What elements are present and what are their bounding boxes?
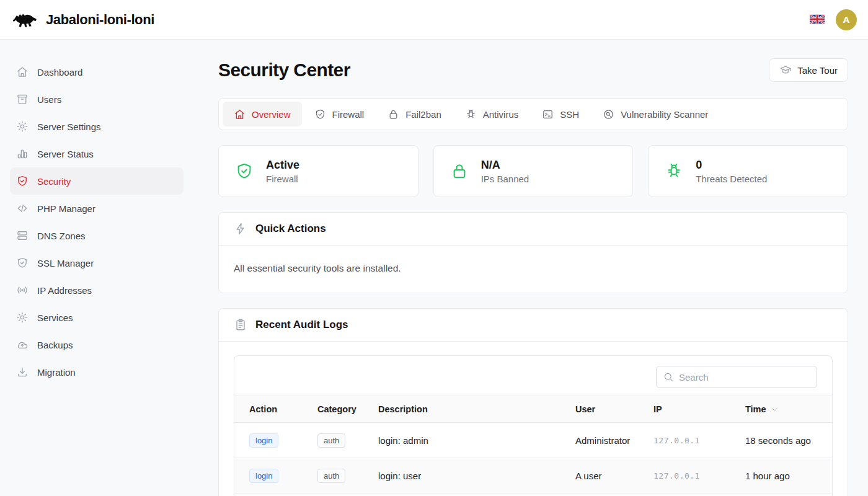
column-header-time[interactable]: Time	[745, 404, 817, 414]
sidebar-item-label: Users	[37, 94, 61, 105]
sidebar-item-label: SSL Manager	[37, 258, 94, 268]
search-box[interactable]	[656, 366, 817, 388]
category-badge: auth	[317, 469, 345, 483]
audit-logs-panel: Recent Audit Logs Action Category Descri…	[218, 308, 848, 496]
sidebar-item-label: Backups	[37, 340, 73, 350]
table-row: login auth login: user A user 127.0.0.1 …	[234, 458, 832, 494]
shield-check-icon	[235, 162, 254, 180]
sidebar-item-label: Security	[37, 176, 71, 187]
sidebar-item-label: Dashboard	[37, 67, 82, 78]
tab-overview[interactable]: Overview	[223, 102, 302, 126]
sidebar-item-server-settings[interactable]: Server Settings	[10, 113, 184, 140]
column-header-description[interactable]: Description	[378, 404, 575, 414]
panel-title: Recent Audit Logs	[255, 319, 348, 331]
sidebar-item-label: Server Status	[37, 149, 94, 159]
clipboard-icon	[234, 318, 247, 332]
table-row: login auth login: admin Administrator 12…	[234, 423, 832, 458]
uk-flag-icon	[810, 14, 825, 24]
action-badge[interactable]: login	[249, 433, 278, 448]
broadcast-icon	[16, 284, 29, 296]
quick-actions-panel: Quick Actions All essential security too…	[218, 212, 848, 293]
sidebar-item-label: DNS Zones	[37, 231, 86, 241]
status-value: Active	[266, 159, 299, 172]
shield-check-icon	[314, 108, 326, 120]
take-tour-button[interactable]: Take Tour	[769, 58, 848, 82]
tab-antivirus[interactable]: Antivirus	[454, 102, 530, 126]
description-cell: login: admin	[378, 435, 575, 446]
status-label: Firewall	[266, 174, 299, 184]
column-header-label: Time	[745, 404, 766, 414]
search-input[interactable]	[679, 372, 810, 383]
sidebar-item-label: IP Addresses	[37, 285, 92, 296]
sidebar-item-server-status[interactable]: Server Status	[10, 140, 184, 167]
tab-fail2ban[interactable]: Fail2ban	[376, 102, 453, 126]
sidebar-item-security[interactable]: Security	[10, 167, 184, 195]
lock-icon	[450, 162, 469, 180]
top-navbar: Jabaloni-loni-loni A	[0, 0, 868, 40]
column-header-user[interactable]: User	[575, 404, 653, 414]
status-value: 0	[696, 159, 767, 172]
sidebar-item-php-manager[interactable]: PHP Manager	[10, 195, 184, 222]
column-header-category[interactable]: Category	[317, 404, 378, 414]
magnifier-circle-icon	[603, 108, 614, 120]
lock-icon	[388, 108, 399, 120]
ip-cell: 127.0.0.1	[653, 471, 745, 480]
shield-check-icon	[16, 175, 29, 187]
sidebar-item-users[interactable]: Users	[10, 86, 184, 113]
tab-firewall[interactable]: Firewall	[303, 102, 376, 126]
sidebar-item-migration[interactable]: Migration	[10, 358, 184, 386]
security-tabs: Overview Firewall Fail2ban Antivirus SSH…	[218, 98, 848, 130]
take-tour-label: Take Tour	[797, 65, 838, 76]
status-card-firewall: Active Firewall	[218, 145, 418, 197]
download-icon	[16, 366, 29, 378]
status-cards: Active Firewall N/A IPs Banned 0 Threats…	[218, 145, 848, 197]
home-icon	[16, 66, 29, 78]
sidebar-item-ip-addresses[interactable]: IP Addresses	[10, 277, 184, 304]
category-badge: auth	[317, 433, 345, 448]
server-stack-icon	[16, 229, 29, 242]
brand[interactable]: Jabaloni-loni-loni	[11, 8, 154, 32]
column-header-action[interactable]: Action	[249, 404, 317, 414]
boar-logo-icon	[11, 8, 40, 32]
drawer-icon	[16, 93, 29, 105]
sidebar-item-dns-zones[interactable]: DNS Zones	[10, 222, 184, 249]
sidebar: Dashboard Users Server Settings Server S…	[0, 40, 198, 496]
terminal-icon	[542, 108, 554, 120]
sidebar-item-dashboard[interactable]: Dashboard	[10, 58, 184, 86]
tab-label: Vulnerability Scanner	[621, 109, 708, 120]
status-value: N/A	[481, 159, 529, 172]
table-row-partial	[234, 494, 832, 496]
audit-table: Action Category Description User IP Time…	[234, 355, 833, 496]
user-avatar[interactable]: A	[836, 9, 857, 30]
user-cell: A user	[575, 471, 653, 481]
action-badge[interactable]: login	[249, 469, 278, 483]
sidebar-item-label: PHP Manager	[37, 203, 95, 214]
shield-check-icon	[16, 257, 29, 269]
page-title: Security Center	[218, 60, 350, 81]
chevron-down-icon	[770, 405, 779, 414]
time-cell: 18 seconds ago	[745, 435, 817, 446]
tab-label: Antivirus	[483, 109, 519, 120]
code-icon	[16, 202, 29, 215]
search-icon	[663, 371, 674, 383]
sidebar-item-backups[interactable]: Backups	[10, 331, 184, 358]
sidebar-item-services[interactable]: Services	[10, 304, 184, 331]
status-card-threats: 0 Threats Detected	[648, 145, 848, 197]
graduation-cap-icon	[779, 64, 792, 76]
language-flag-button[interactable]	[810, 14, 825, 25]
sidebar-item-label: Server Settings	[37, 122, 101, 132]
gear-icon	[16, 120, 29, 133]
column-header-ip[interactable]: IP	[653, 404, 745, 414]
brand-title: Jabaloni-loni-loni	[46, 12, 154, 28]
panel-title: Quick Actions	[255, 223, 326, 235]
time-cell: 1 hour ago	[745, 471, 817, 481]
table-header-row: Action Category Description User IP Time	[234, 396, 832, 423]
bug-icon	[465, 108, 477, 120]
tab-ssh[interactable]: SSH	[531, 102, 590, 126]
bar-chart-icon	[16, 148, 29, 160]
tab-label: Overview	[252, 109, 291, 120]
quick-actions-message: All essential security tools are install…	[219, 246, 848, 293]
status-label: IPs Banned	[481, 174, 529, 184]
tab-vulnerability-scanner[interactable]: Vulnerability Scanner	[591, 102, 719, 126]
sidebar-item-ssl-manager[interactable]: SSL Manager	[10, 249, 184, 277]
